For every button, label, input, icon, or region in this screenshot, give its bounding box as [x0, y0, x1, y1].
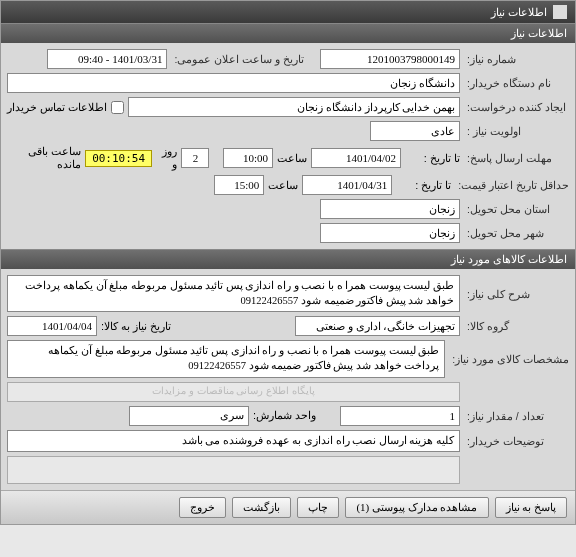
priority-field	[370, 121, 460, 141]
reply-button[interactable]: پاسخ به نیاز	[495, 497, 568, 518]
countdown-timer: 00:10:54	[85, 150, 152, 167]
time-label-2: ساعت	[268, 179, 298, 192]
need-info-window: اطلاعات نیاز اطلاعات نیاز شماره نیاز: تا…	[0, 0, 576, 525]
need-date-field	[7, 316, 97, 336]
deadline-sub-label: تا تاریخ :	[405, 152, 460, 165]
desc-label: شرح کلی نیاز:	[464, 288, 569, 300]
need-number-field	[320, 49, 460, 69]
unit-label: واحد شمارش:	[253, 409, 316, 422]
desc-field: طبق لیست پیوست همرا ه با نصب و راه انداز…	[7, 275, 460, 312]
group-label: گروه کالا:	[464, 320, 569, 332]
unit-field	[129, 406, 249, 426]
validity-date-field	[302, 175, 392, 195]
requester-field	[128, 97, 460, 117]
buyer-agency-label: نام دستگاه خریدار:	[464, 77, 569, 89]
back-button[interactable]: بازگشت	[232, 497, 291, 518]
group-field	[295, 316, 460, 336]
section1-body: شماره نیاز: تاریخ و ساعت اعلان عمومی: نا…	[1, 43, 575, 249]
buyer-notes-label: توضيحات خریدار:	[464, 435, 569, 447]
deadline-label: مهلت ارسال پاسخ:	[464, 152, 569, 164]
window-titlebar: اطلاعات نیاز	[1, 1, 575, 23]
spec-field: طبق لیست پیوست همرا ه با نصب و راه انداز…	[7, 340, 445, 377]
province-label: استان محل تحویل:	[464, 203, 569, 215]
public-announce-field	[47, 49, 167, 69]
validity-time-field	[214, 175, 264, 195]
window-icon	[553, 5, 567, 19]
days-and-label: روز و	[156, 145, 177, 171]
buyer-info-checkbox-wrap[interactable]: اطلاعات تماس خریدار	[7, 101, 124, 114]
qty-field	[340, 406, 460, 426]
days-field	[181, 148, 209, 168]
buyer-notes-field: کلیه هزینه ارسال نصب راه اندازی به عهده …	[7, 430, 460, 453]
priority-label: اولویت نیاز :	[464, 125, 569, 137]
need-number-label: شماره نیاز:	[464, 53, 569, 65]
print-button[interactable]: چاپ	[297, 497, 339, 518]
validity-sub-label: تا تاریخ :	[396, 179, 451, 192]
buyer-info-check-label: اطلاعات تماس خریدار	[7, 101, 107, 113]
validity-label: حداقل تاریخ اعتبار قیمت:	[455, 179, 569, 191]
section1-header: اطلاعات نیاز	[1, 23, 575, 43]
city-field	[320, 223, 460, 243]
buyer-info-checkbox[interactable]	[111, 101, 124, 114]
city-label: شهر محل تحویل:	[464, 227, 569, 239]
deadline-date-field	[311, 148, 401, 168]
requester-label: ایجاد کننده درخواست:	[464, 101, 569, 113]
section2-header: اطلاعات کالاهای مورد نیاز	[1, 249, 575, 269]
buttons-bar: پاسخ به نیاز مشاهده مدارک پیوستی (1) چاپ…	[1, 490, 575, 524]
remaining-label: ساعت باقی مانده	[7, 145, 81, 171]
public-announce-label: تاریخ و ساعت اعلان عمومی:	[171, 53, 304, 65]
window-title: اطلاعات نیاز	[491, 6, 547, 19]
spec-label: مشخصات کالای مورد نیاز:	[449, 353, 569, 365]
province-field	[320, 199, 460, 219]
attachments-button[interactable]: مشاهده مدارک پیوستی (1)	[345, 497, 488, 518]
muted-placeholder	[7, 456, 460, 484]
time-label-1: ساعت	[277, 152, 307, 165]
exit-button[interactable]: خروج	[179, 497, 226, 518]
section2-body: شرح کلی نیاز: طبق لیست پیوست همرا ه با ن…	[1, 269, 575, 490]
watermark-text: پایگاه اطلاع رسانی مناقصات و مزایدات	[7, 382, 460, 402]
need-date-label: تاریخ نیاز به کالا:	[101, 320, 171, 333]
qty-label: تعداد / مقدار نیاز:	[464, 410, 569, 422]
deadline-time-field	[223, 148, 273, 168]
buyer-agency-field	[7, 73, 460, 93]
